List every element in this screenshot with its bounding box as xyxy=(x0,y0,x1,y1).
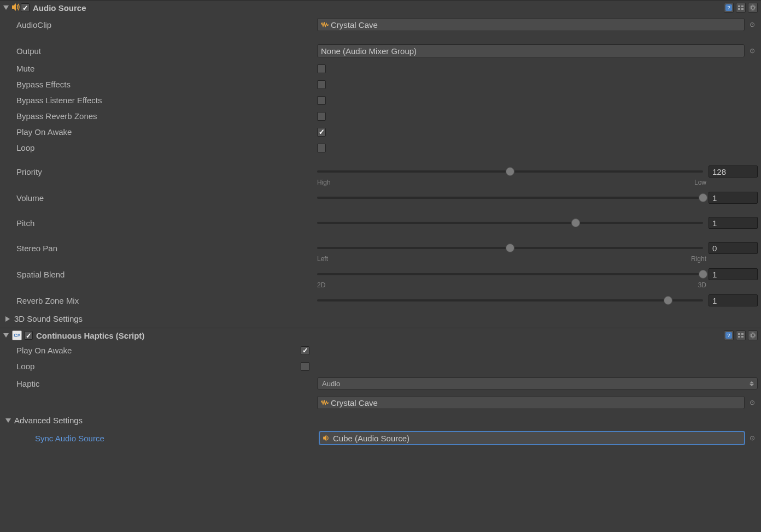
spatial-blend-value[interactable]: 1 xyxy=(709,268,758,280)
volume-slider[interactable] xyxy=(317,197,703,199)
dropdown-arrows-icon xyxy=(750,381,754,386)
audio-source-component: Audio Source ? AudioClip Crystal Cave Ou… xyxy=(0,0,761,328)
priority-slider[interactable] xyxy=(317,170,703,173)
haptic-play-awake-row: Play On Awake xyxy=(0,342,761,358)
object-picker-icon[interactable] xyxy=(747,399,758,406)
spatial-blend-row: Spatial Blend 1 xyxy=(0,265,761,283)
svg-rect-12 xyxy=(738,336,740,338)
audioclip-icon xyxy=(321,21,329,28)
svg-rect-2 xyxy=(738,5,740,7)
spatial-blend-slider[interactable] xyxy=(317,273,703,275)
stereo-pan-value[interactable]: 0 xyxy=(709,242,758,254)
sync-audio-value: Cube (Audio Source) xyxy=(333,434,409,443)
sync-audio-field[interactable]: Cube (Audio Source) xyxy=(319,431,745,445)
spatial-left-label: 2D xyxy=(317,281,325,289)
priority-sublabels: High Low xyxy=(0,179,761,188)
preset-icon[interactable] xyxy=(736,3,746,13)
slider-thumb[interactable] xyxy=(506,244,514,252)
haptic-clip-value: Crystal Cave xyxy=(331,398,378,407)
bypass-effects-row: Bypass Effects xyxy=(0,76,761,92)
advanced-settings-row[interactable]: Advanced Settings xyxy=(0,412,761,428)
foldout-toggle[interactable] xyxy=(5,418,11,423)
priority-left-label: High xyxy=(317,179,331,186)
foldout-toggle[interactable] xyxy=(5,316,10,322)
svg-text:?: ? xyxy=(727,333,730,338)
svg-point-6 xyxy=(751,6,754,9)
bypass-effects-label: Bypass Effects xyxy=(16,80,317,89)
help-icon[interactable]: ? xyxy=(724,330,734,340)
stereo-pan-row: Stereo Pan 0 xyxy=(0,239,761,257)
foldout-toggle[interactable] xyxy=(3,5,9,10)
bypass-reverb-checkbox[interactable] xyxy=(317,112,326,121)
slider-thumb[interactable] xyxy=(699,193,707,202)
bypass-listener-row: Bypass Listener Effects xyxy=(0,92,761,108)
output-field[interactable]: None (Audio Mixer Group) xyxy=(317,44,745,57)
priority-value[interactable]: 128 xyxy=(709,165,758,178)
reverb-mix-value[interactable]: 1 xyxy=(709,294,758,306)
bypass-effects-checkbox[interactable] xyxy=(317,80,326,89)
slider-thumb[interactable] xyxy=(506,167,514,176)
reverb-mix-slider[interactable] xyxy=(317,299,703,302)
bypass-reverb-row: Bypass Reverb Zones xyxy=(0,108,761,124)
audioclip-label: AudioClip xyxy=(16,20,317,29)
audioclip-field[interactable]: Crystal Cave xyxy=(317,18,745,31)
loop-checkbox[interactable] xyxy=(317,144,326,152)
volume-label: Volume xyxy=(16,193,317,203)
object-picker-icon[interactable] xyxy=(747,47,758,55)
loop-row: Loop xyxy=(0,140,761,156)
haptic-loop-checkbox[interactable] xyxy=(301,362,309,371)
stereo-pan-slider[interactable] xyxy=(317,247,703,249)
svg-rect-10 xyxy=(738,333,740,335)
sync-audio-label: Sync Audio Source xyxy=(5,434,319,443)
slider-thumb[interactable] xyxy=(699,270,707,279)
stereo-left-label: Left xyxy=(317,255,328,263)
audioclip-value: Crystal Cave xyxy=(331,20,378,29)
svg-rect-3 xyxy=(741,5,744,7)
haptic-loop-row: Loop xyxy=(0,358,761,374)
audioclip-icon xyxy=(321,399,329,406)
haptic-clip-field[interactable]: Crystal Cave xyxy=(317,396,745,409)
foldout-toggle[interactable] xyxy=(3,333,9,338)
gear-icon[interactable] xyxy=(748,3,758,13)
volume-value[interactable]: 1 xyxy=(709,192,758,204)
mute-label: Mute xyxy=(16,64,317,73)
spatial-blend-label: Spatial Blend xyxy=(16,270,317,279)
play-on-awake-label: Play On Awake xyxy=(16,127,317,137)
object-picker-icon[interactable] xyxy=(747,21,758,28)
slider-thumb[interactable] xyxy=(571,218,580,227)
component-title: Continuous Haptics (Script) xyxy=(36,331,724,340)
spatial-sublabels: 2D 3D xyxy=(0,281,761,291)
object-picker-icon[interactable] xyxy=(747,434,758,442)
preset-icon[interactable] xyxy=(736,330,746,340)
component-enabled-checkbox[interactable] xyxy=(24,331,33,340)
component-header[interactable]: Audio Source ? xyxy=(0,1,761,15)
haptic-clip-row: Crystal Cave xyxy=(0,393,761,412)
priority-label: Priority xyxy=(16,167,317,176)
audioclip-row: AudioClip Crystal Cave xyxy=(0,15,761,34)
stereo-pan-label: Stereo Pan xyxy=(16,244,317,253)
haptic-label: Haptic xyxy=(16,379,317,388)
help-icon[interactable]: ? xyxy=(724,3,734,13)
play-on-awake-checkbox[interactable] xyxy=(317,128,326,137)
bypass-listener-checkbox[interactable] xyxy=(317,96,326,105)
sound-settings-label: 3D Sound Settings xyxy=(14,314,83,323)
haptic-value: Audio xyxy=(322,380,340,388)
haptic-play-awake-checkbox[interactable] xyxy=(301,346,309,355)
sound-settings-row[interactable]: 3D Sound Settings xyxy=(0,310,761,328)
mute-checkbox[interactable] xyxy=(317,64,326,73)
pitch-value[interactable]: 1 xyxy=(709,217,758,229)
component-enabled-checkbox[interactable] xyxy=(21,3,30,12)
bypass-reverb-label: Bypass Reverb Zones xyxy=(16,111,317,121)
svg-rect-4 xyxy=(738,8,740,10)
haptics-component: C# Continuous Haptics (Script) ? Play On… xyxy=(0,328,761,448)
pitch-slider[interactable] xyxy=(317,222,703,224)
gear-icon[interactable] xyxy=(748,330,758,340)
play-on-awake-row: Play On Awake xyxy=(0,124,761,140)
pitch-row: Pitch 1 xyxy=(0,214,761,232)
component-header[interactable]: C# Continuous Haptics (Script) ? xyxy=(0,328,761,342)
slider-thumb[interactable] xyxy=(664,296,672,305)
haptic-dropdown[interactable]: Audio xyxy=(317,377,758,389)
sync-audio-row: Sync Audio Source Cube (Audio Source) xyxy=(0,428,761,448)
speaker-icon xyxy=(323,435,331,441)
reverb-mix-row: Reverb Zone Mix 1 xyxy=(0,291,761,310)
